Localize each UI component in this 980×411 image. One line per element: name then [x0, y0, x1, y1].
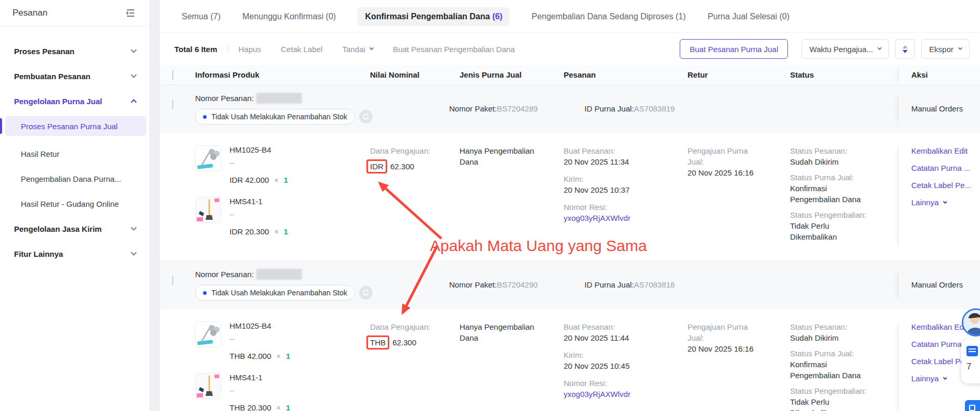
col-header-status: Status: [780, 70, 898, 79]
product-qty: 1: [284, 176, 288, 184]
channel-label: Manual Orders: [898, 269, 980, 301]
main-content: Semua (7) Menunggu Konfirmasi (0) Konfir…: [160, 0, 980, 411]
status-tabbar: Semua (7) Menunggu Konfirmasi (0) Konfir…: [160, 0, 980, 33]
tab-purna-jual-selesai[interactable]: Purna Jual Selesai (0): [708, 12, 790, 21]
multiply-icon: ×: [274, 228, 278, 236]
badge-dot-icon: [203, 291, 207, 295]
buat-pesanan-purna-jual-button[interactable]: Buat Pesanan Purna Jual: [680, 39, 788, 59]
nomor-paket: Nomor Paket:BS7204289: [449, 104, 553, 113]
pesanan-cell: Buat Pesanan: 20 Nov 2025 11:34 Kirim: 2…: [553, 145, 677, 247]
sidebar-item-pengelolaan-purna-jual[interactable]: Pengelolaan Purna Jual: [0, 89, 149, 114]
chat-icon: [966, 346, 978, 356]
status-cell: Status Pesanan: Sudah Dikirim Status Pur…: [780, 145, 886, 247]
order-row: HM1025-B4 -- IDR 42.000 × 1: [160, 133, 980, 261]
buat-pesanan-pengembalian-dana-button[interactable]: Buat Pesanan Pengembalian Dana: [393, 45, 515, 54]
divider: [227, 45, 228, 53]
product-list: HM1025-B4 -- IDR 42.000 × 1: [183, 145, 360, 247]
product-thumbnail-broom: [195, 197, 221, 223]
tab-konfirmasi-pengembalian-dana[interactable]: Konfirmasi Pengembalian Dana (6): [358, 7, 510, 26]
product-price: IDR 20.300 × 1: [230, 227, 288, 236]
tab-pengembalian-dana-sedang-diproses[interactable]: Pengembalian Dana Sedang Diproses (1): [531, 12, 685, 21]
sidebar-subitem-label: Hasil Retur - Gudang Online: [21, 200, 119, 208]
nomor-pesanan-label: Nomor Pesanan:: [195, 270, 254, 279]
product-price: THB 42.000 × 1: [230, 352, 290, 360]
sidebar-item-label: Pengelolaan Purna Jual: [14, 97, 102, 106]
sort-by-select[interactable]: Waktu Pengajua...: [801, 39, 889, 59]
tracking-number-link[interactable]: yxog03yRjAXWlvdr: [564, 389, 667, 400]
dana-pengajuan-label: Dana Pengajuan:: [370, 321, 439, 332]
collapse-sidebar-icon[interactable]: [126, 8, 138, 18]
tab-semua[interactable]: Semua (7): [182, 12, 221, 21]
sidebar-subitem-pengembalian-dana-purna[interactable]: Pengembalian Dana Purna...: [5, 166, 146, 191]
hapus-button[interactable]: Hapus: [238, 45, 261, 54]
multiply-icon: ×: [276, 404, 281, 411]
cetak-label-button[interactable]: Cetak Label: [281, 45, 323, 54]
jenis-purna-jual-cell: Hanya Pengembalian Dana: [449, 145, 548, 247]
tab-menunggu-konfirmasi[interactable]: Menunggu Konfirmasi (0): [243, 12, 336, 21]
product-variant: --: [230, 210, 288, 219]
currency-highlight-box: IDR: [366, 159, 387, 173]
product-thumbnail-mop: [195, 321, 221, 347]
dana-amount: 62.300: [392, 338, 416, 347]
chevron-down-icon: [131, 72, 136, 78]
catatan-purna-link[interactable]: Catatan Purna ...: [911, 163, 970, 173]
retur-cell: Pengajuan Purna Jual: 20 Nov 2025 16:16: [677, 145, 773, 247]
multiply-icon: ×: [274, 176, 278, 184]
product-list: HM1025-B4 -- THB 42.000 × 1: [183, 321, 360, 411]
chevron-down-icon: [958, 46, 962, 50]
lainnya-dropdown[interactable]: Lainnya: [911, 197, 947, 208]
sidebar-item-proses-pesanan[interactable]: Proses Pesanan: [0, 39, 149, 64]
sidebar-subitem-hasil-retur[interactable]: Hasil Retur: [5, 141, 146, 166]
product-price: THB 20.300 × 1: [230, 403, 290, 411]
sidebar-subitem-hasil-retur-gudang-online[interactable]: Hasil Retur - Gudang Online: [5, 191, 146, 216]
toolbar: Total 6 Item Hapus Cetak Label Tandai Bu…: [160, 33, 980, 65]
chat-count: 7: [966, 362, 971, 372]
sidebar-subitem-proses-pesanan-purna-jual[interactable]: Proses Pesanan Purna Jual: [5, 116, 146, 136]
sidebar-item-label: Pengelolaan Jasa Kirim: [14, 225, 101, 233]
pesanan-cell: Buat Pesanan: 20 Nov 2025 11:44 Kirim: 2…: [553, 321, 677, 411]
tab-count: (0): [780, 12, 790, 21]
sort-direction-button[interactable]: [895, 39, 915, 59]
tandai-dropdown[interactable]: Tandai: [342, 45, 373, 54]
product-name: HM1025-B4: [230, 145, 288, 154]
lainnya-dropdown[interactable]: Lainnya: [911, 373, 947, 384]
tracking-number-link[interactable]: yxog03yRjAXWlvdr: [564, 213, 667, 223]
col-header-aksi: Aksi: [898, 65, 980, 84]
ekspor-dropdown[interactable]: Ekspor: [921, 39, 970, 59]
sidebar-item-pembuatan-pesanan[interactable]: Pembuatan Pesanan: [0, 64, 149, 89]
sort-desc-icon: [902, 50, 908, 53]
sort-asc-icon: [902, 45, 908, 48]
sync-icon[interactable]: [359, 110, 373, 123]
promo-widget[interactable]: [965, 400, 980, 411]
sidebar-item-fitur-lainnya[interactable]: Fitur Lainnya: [0, 241, 149, 266]
kembalikan-edit-link[interactable]: Kembalikan Edit: [911, 145, 968, 156]
sync-icon[interactable]: [359, 286, 373, 300]
sidebar: Pesanan Proses Pesanan Pembuatan Pesanan…: [0, 0, 149, 411]
total-count-label: Total 6 Item: [174, 45, 217, 54]
channel-label: Manual Orders: [898, 93, 980, 124]
kembalikan-edit-link[interactable]: Kembalikan Edit: [911, 321, 968, 332]
product-variant: --: [230, 159, 288, 167]
id-purna-jual: ID Purna Jual:AS7083819: [553, 104, 677, 113]
stock-badge: Tidak Usah Melakukan Penambahan Stok: [195, 285, 355, 301]
col-header-produk: Informasi Produk: [183, 70, 360, 79]
tab-count: (0): [326, 12, 336, 21]
chevron-down-icon: [877, 46, 882, 50]
nilai-nominal-cell: Dana Pengajuan: IDR 62.300: [360, 145, 449, 247]
sidebar-item-pengelolaan-jasa-kirim[interactable]: Pengelolaan Jasa Kirim: [0, 216, 149, 241]
chat-widget[interactable]: 7: [961, 340, 980, 383]
order-row: HM1025-B4 -- THB 42.000 × 1: [160, 309, 980, 411]
order-info: Nomor Pesanan: Tidak Usah Melakukan Pena…: [183, 269, 449, 301]
badge-dot-icon: [203, 115, 207, 119]
product-thumbnail-mop: [195, 145, 221, 171]
select-all-checkbox[interactable]: [172, 70, 173, 80]
toolbar-right: Buat Pesanan Purna Jual Waktu Pengajua..…: [680, 39, 970, 59]
cetak-label-pe-link[interactable]: Cetak Label Pe...: [911, 180, 971, 191]
chevron-up-icon: [131, 99, 136, 105]
order-checkbox[interactable]: [172, 276, 173, 285]
multiply-icon: ×: [276, 352, 281, 360]
redacted-order-number: [256, 93, 302, 104]
order-checkbox[interactable]: [172, 99, 173, 109]
table-header: Informasi Produk Nilai Nominal Jenis Pur…: [160, 65, 980, 85]
product-name: HM1025-B4: [230, 321, 290, 330]
